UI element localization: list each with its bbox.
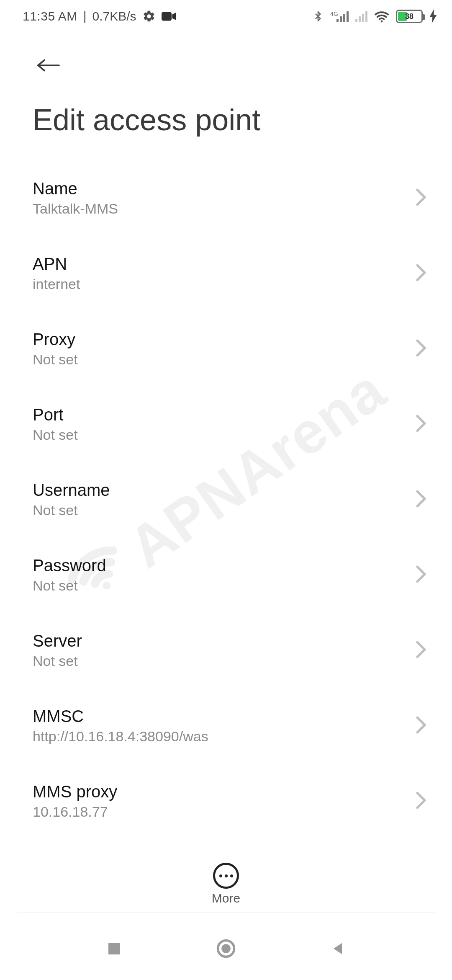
setting-value: internet bbox=[33, 276, 419, 292]
system-nav-bar bbox=[0, 917, 452, 980]
setting-value: 10.16.18.77 bbox=[33, 804, 419, 820]
arrow-left-icon bbox=[36, 56, 61, 75]
svg-rect-1 bbox=[162, 12, 172, 21]
setting-title: MMS proxy bbox=[33, 782, 419, 801]
setting-title: Username bbox=[33, 481, 419, 500]
chevron-right-icon bbox=[415, 565, 427, 585]
circle-icon bbox=[215, 938, 237, 959]
chevron-right-icon bbox=[415, 490, 427, 510]
chevron-right-icon bbox=[415, 791, 427, 811]
signal-bars-sim2-icon bbox=[355, 10, 367, 22]
signal-4g-group: 4G bbox=[330, 10, 349, 22]
chevron-right-icon bbox=[415, 640, 427, 660]
setting-item-mms-proxy[interactable]: MMS proxy 10.16.18.77 bbox=[0, 766, 452, 836]
setting-item-mmsc[interactable]: MMSC http://10.16.18.4:38090/was bbox=[0, 691, 452, 761]
status-right: 4G 38 bbox=[313, 9, 437, 24]
svg-point-6 bbox=[221, 944, 231, 953]
bottom-divider bbox=[17, 913, 435, 913]
setting-value: Not set bbox=[33, 653, 419, 669]
setting-title: Server bbox=[33, 632, 419, 650]
setting-value: Not set bbox=[33, 351, 419, 368]
chevron-right-icon bbox=[415, 339, 427, 359]
nav-back-button[interactable] bbox=[321, 932, 354, 965]
setting-title: Proxy bbox=[33, 330, 419, 349]
setting-value: Not set bbox=[33, 427, 419, 443]
battery-icon: 38 bbox=[396, 10, 423, 23]
back-button[interactable] bbox=[33, 50, 64, 80]
setting-title: Name bbox=[33, 179, 419, 198]
setting-value: Talktalk-MMS bbox=[33, 201, 419, 217]
battery-percent: 38 bbox=[397, 12, 421, 21]
square-icon bbox=[105, 940, 123, 957]
setting-item-server[interactable]: Server Not set bbox=[0, 616, 452, 685]
setting-item-username[interactable]: Username Not set bbox=[0, 465, 452, 534]
more-label: More bbox=[212, 891, 240, 905]
nav-recent-button[interactable] bbox=[98, 932, 131, 965]
status-bar: 11:35 AM | 0.7KB/s 4G 38 bbox=[0, 0, 452, 33]
setting-item-proxy[interactable]: Proxy Not set bbox=[0, 314, 452, 384]
status-left: 11:35 AM | 0.7KB/s bbox=[23, 9, 177, 23]
setting-title: MMSC bbox=[33, 707, 419, 726]
status-network-speed: 0.7KB/s bbox=[92, 9, 136, 23]
triangle-left-icon bbox=[329, 939, 346, 958]
setting-title: Port bbox=[33, 405, 419, 424]
nav-home-button[interactable] bbox=[209, 932, 243, 965]
wifi-icon bbox=[374, 10, 389, 23]
gear-icon bbox=[142, 10, 156, 23]
status-time: 11:35 AM bbox=[23, 9, 77, 23]
page-title: Edit access point bbox=[33, 103, 260, 137]
signal-bars-sim1-icon bbox=[336, 10, 349, 22]
more-button[interactable]: More bbox=[0, 863, 452, 905]
screen: APNArena 11:35 AM | 0.7KB/s 4G bbox=[0, 0, 452, 980]
setting-value: Not set bbox=[33, 502, 419, 518]
bluetooth-icon bbox=[313, 9, 324, 24]
setting-item-password[interactable]: Password Not set bbox=[0, 540, 452, 610]
svg-rect-4 bbox=[108, 943, 120, 954]
setting-value: Not set bbox=[33, 578, 419, 594]
setting-item-apn[interactable]: APN internet bbox=[0, 239, 452, 308]
setting-value: http://10.16.18.4:38090/was bbox=[33, 728, 419, 745]
video-camera-icon bbox=[162, 10, 177, 22]
chevron-right-icon bbox=[415, 716, 427, 736]
chevron-right-icon bbox=[415, 414, 427, 434]
more-dots-icon bbox=[213, 863, 239, 889]
setting-title: Password bbox=[33, 556, 419, 575]
svg-point-2 bbox=[381, 21, 383, 23]
chevron-right-icon bbox=[415, 263, 427, 284]
charging-bolt-icon bbox=[429, 9, 437, 23]
settings-list: Name Talktalk-MMS APN internet Proxy Not… bbox=[0, 163, 452, 842]
setting-title: APN bbox=[33, 255, 419, 273]
setting-item-port[interactable]: Port Not set bbox=[0, 389, 452, 459]
status-separator: | bbox=[83, 9, 87, 23]
setting-item-name[interactable]: Name Talktalk-MMS bbox=[0, 163, 452, 233]
chevron-right-icon bbox=[415, 188, 427, 208]
